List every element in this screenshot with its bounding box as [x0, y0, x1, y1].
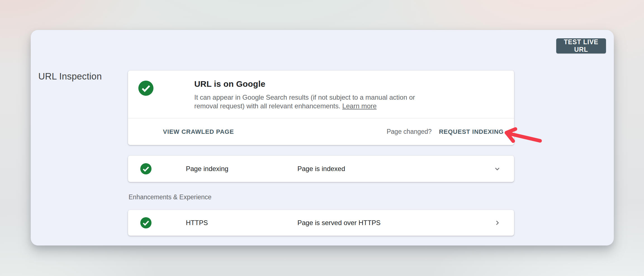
url-inspection-panel: URL Inspection TEST LIVE URL URL is on G… [31, 30, 614, 245]
learn-more-link[interactable]: Learn more [342, 102, 377, 110]
row-status: Page is served over HTTPS [297, 219, 380, 227]
verdict-card: URL is on Google It can appear in Google… [128, 71, 514, 145]
test-live-url-button[interactable]: TEST LIVE URL [556, 38, 606, 53]
check-circle-icon [138, 81, 153, 96]
page-changed-label: Page changed? [387, 128, 432, 135]
page-title: URL Inspection [38, 71, 102, 82]
page-indexing-row[interactable]: Page indexing Page is indexed [128, 156, 514, 182]
chevron-right-icon[interactable] [492, 218, 502, 228]
row-label: HTTPS [186, 219, 208, 227]
check-circle-icon [140, 217, 151, 228]
verdict-description: It can appear in Google Search results (… [194, 93, 435, 110]
verdict-footer-right: Page changed? REQUEST INDEXING [387, 128, 504, 135]
section-label-enhancements: Enhancements & Experience [129, 193, 212, 201]
verdict-card-main: URL is on Google It can appear in Google… [128, 71, 514, 118]
chevron-down-icon[interactable] [492, 164, 502, 174]
row-label: Page indexing [186, 165, 228, 173]
view-crawled-page-button[interactable]: VIEW CRAWLED PAGE [163, 128, 234, 135]
verdict-description-text: It can appear in Google Search results (… [194, 93, 415, 110]
request-indexing-button[interactable]: REQUEST INDEXING [439, 128, 504, 135]
https-row[interactable]: HTTPS Page is served over HTTPS [128, 210, 514, 236]
verdict-title: URL is on Google [194, 79, 265, 89]
verdict-card-footer: VIEW CRAWLED PAGE Page changed? REQUEST … [128, 118, 514, 145]
check-circle-icon [140, 163, 151, 174]
row-status: Page is indexed [297, 165, 345, 173]
